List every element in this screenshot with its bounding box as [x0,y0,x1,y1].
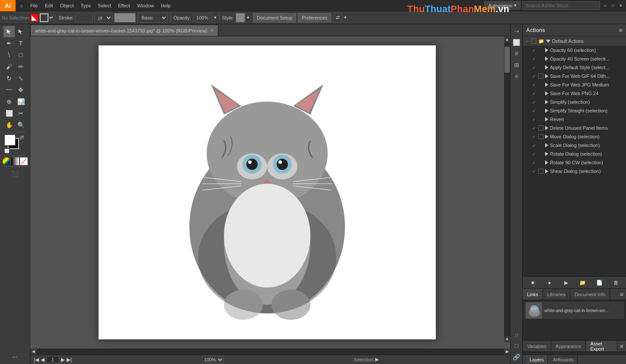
action-item-6[interactable]: ✓ Simplify (selection) [523,98,626,106]
action-expand-14[interactable] [545,169,548,173]
action-expand-4[interactable] [545,83,548,87]
document-tab[interactable]: white-and-gray-cat-in-brown-woven-basket… [30,25,218,36]
tab-close-icon[interactable]: ✕ [210,28,214,33]
tab-variables[interactable]: Variables [523,341,551,351]
action-check-9[interactable]: ✓ [531,125,537,131]
zoom-tool[interactable]: 🔍 [15,119,26,131]
group-check[interactable]: ✓ [524,38,530,44]
arrange-button[interactable]: ⇄ [333,13,342,22]
action-expand-13[interactable] [545,160,548,165]
action-expand-9[interactable] [545,126,548,130]
action-check-14[interactable]: ✓ [531,169,537,174]
panel-collapse-button[interactable]: ≡ [619,27,623,34]
tab-libraries[interactable]: Libraries [543,289,570,300]
action-item-10[interactable]: ✓ Move Dialog (selection) [523,132,626,141]
scroll-track-x[interactable] [36,348,504,354]
action-item-1[interactable]: ✓ Opacity 40 Screen (selecti... [523,54,626,63]
rect-icon[interactable]: □ [511,341,522,351]
record-button[interactable]: ● [545,278,554,287]
action-expand-3[interactable] [545,74,548,78]
action-expand-5[interactable] [545,91,548,96]
action-check-8[interactable]: ✓ [531,117,537,122]
new-action-folder-button[interactable]: 📁 [578,278,587,287]
rotate-tool[interactable]: ↻ [3,73,15,84]
style-select[interactable]: Basic [137,13,168,22]
default-colors-icon[interactable]: □ [4,148,10,153]
hand-tool[interactable]: ✋ [3,119,15,131]
preferences-button[interactable]: Preferences [298,13,331,22]
table-icon[interactable]: ⊞ [511,60,522,70]
stroke-unit-select[interactable]: pt px [94,13,112,22]
action-check-13[interactable]: ✓ [531,160,537,165]
action-expand-8[interactable] [545,117,548,121]
change-screen-mode[interactable]: ⬛ [10,168,21,179]
tab-artboards[interactable]: Artboards [549,355,578,364]
last-page-button[interactable]: ▶| [67,357,72,363]
adobe-stock-search[interactable] [522,1,600,10]
canvas-scroll[interactable]: ▲ ▼ [30,36,510,348]
action-group-default[interactable]: ✓ 📁 Default Actions [523,36,626,46]
action-check-1[interactable]: ✓ [531,56,537,61]
scroll-down-button[interactable]: ▼ [504,336,510,342]
status-arrow-icon[interactable]: ▶ [375,357,379,362]
stop-button[interactable]: ■ [528,278,537,287]
fill-indicator[interactable] [4,134,16,146]
action-item-13[interactable]: ✓ Rotate 90 CW (selection) [523,158,626,167]
scroll-left-button[interactable]: ◀ [30,348,36,354]
prev-page-button[interactable]: ◀ [41,357,45,363]
swap-colors-icon[interactable]: ⇄ [49,15,53,20]
stroke-value-input[interactable] [75,13,93,22]
color-button[interactable] [3,157,10,165]
line-tool[interactable]: \ [3,49,15,61]
slice-tool[interactable]: ✂ [15,108,26,119]
group-dialog-box[interactable] [531,38,537,44]
menu-select[interactable]: Select [94,0,115,11]
action-item-4[interactable]: ✓ Save For Web JPG Medium [523,80,626,89]
action-check-10[interactable]: ✓ [531,134,537,139]
menu-object[interactable]: Object [57,0,77,11]
shape-tool[interactable]: □ [15,49,26,61]
new-action-button[interactable]: 📄 [595,278,604,287]
action-check-12[interactable]: ✓ [531,151,537,156]
column-graph-tool[interactable]: 📊 [15,96,26,107]
menu-effect[interactable]: Effect [115,0,134,11]
next-page-button[interactable]: ▶ [61,357,65,363]
action-item-9[interactable]: ✓ Delete Unused Panel Items [523,124,626,132]
action-dialog-10[interactable] [538,134,543,139]
direct-selection-tool[interactable] [15,26,26,37]
type-tool[interactable]: T [15,38,26,49]
fill-swatch[interactable] [30,13,39,22]
action-item-2[interactable]: ✓ Apply Default Style (select... [523,63,626,72]
tab-appearance[interactable]: Appearance [551,341,586,351]
action-item-3[interactable]: ✓ Save For Web GIF 64 Dith... [523,72,626,80]
layers-link-icon[interactable]: 🔗 [511,352,522,362]
action-dialog-14[interactable] [538,169,543,174]
action-item-14[interactable]: ✓ Shear Dialog (selection) [523,167,626,176]
action-item-8[interactable]: ✓ Revert [523,115,626,124]
close-button[interactable]: ✕ [617,2,624,9]
swap-icon[interactable]: ⇄ [20,134,26,140]
document-setup-button[interactable]: Document Setup [253,13,296,22]
stroke-color-swatch[interactable] [114,13,136,22]
menu-type[interactable]: Type [77,0,95,11]
action-item-5[interactable]: ✓ Save For Web PNG 24 [523,89,626,98]
circle-icon[interactable]: ○ [511,329,522,340]
page-number-input[interactable] [46,356,59,363]
tab-document-info[interactable]: Document Info [570,289,610,300]
pencil-tool[interactable]: ✏ [15,61,26,72]
action-dialog-3[interactable] [538,73,543,79]
first-page-button[interactable]: |◀ [34,357,39,363]
scroll-up-button[interactable]: ▲ [504,36,510,42]
action-expand-10[interactable] [545,134,548,139]
scroll-y[interactable]: ▲ ▼ [504,36,510,342]
action-check-11[interactable]: ✓ [531,143,537,148]
action-item-11[interactable]: ✓ Scale Dialog (selection) [523,141,626,150]
action-expand-6[interactable] [545,100,548,104]
scale-tool[interactable]: ⤡ [15,73,26,84]
play-button[interactable]: ▶ [562,278,570,287]
tab-layers[interactable]: Layers [526,355,548,364]
warp-tool[interactable]: 〰 [3,84,15,96]
group-expand-icon[interactable] [546,40,550,43]
canvas-options-icon[interactable]: ⬜ [511,37,522,48]
menu-edit[interactable]: Edit [42,0,57,11]
